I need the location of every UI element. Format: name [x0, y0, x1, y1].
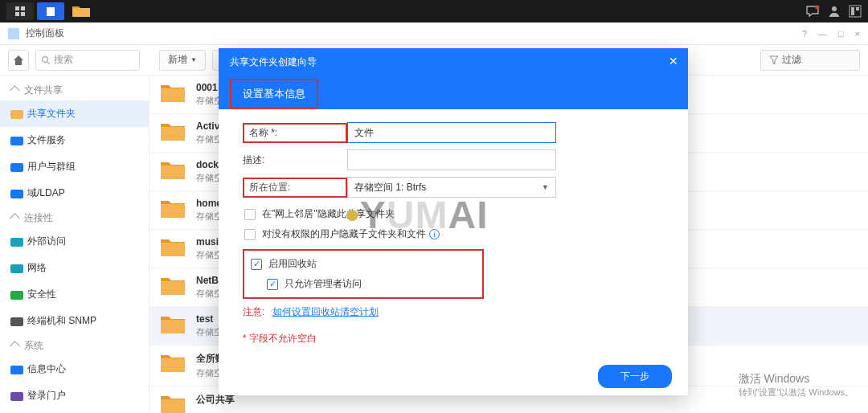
task-item-2[interactable]	[37, 2, 64, 20]
check-admin-only[interactable]	[267, 279, 278, 290]
svg-rect-13	[10, 137, 23, 145]
sidebar-item[interactable]: 共享文件夹	[0, 100, 149, 127]
svg-rect-16	[10, 238, 23, 247]
modal-tabs: 设置基本信息	[219, 76, 688, 109]
check-recycle[interactable]	[251, 259, 262, 270]
funnel-icon	[769, 55, 779, 65]
check-hide-noperm[interactable]	[244, 229, 256, 240]
modal-footer: 下一步	[219, 357, 688, 395]
filter-button[interactable]: 过滤	[760, 50, 860, 71]
svg-rect-4	[47, 7, 55, 16]
task-item-apps[interactable]	[6, 2, 34, 20]
sidebar-item[interactable]: 区域选项	[0, 409, 149, 413]
svg-rect-0	[15, 6, 19, 10]
recycle-schedule-link[interactable]: 如何设置回收站清空计划	[272, 306, 379, 317]
win-close[interactable]: ×	[855, 29, 860, 39]
svg-point-6	[832, 6, 837, 11]
sidebar-section[interactable]: 文件共享	[0, 79, 149, 100]
svg-rect-9	[856, 7, 859, 10]
window-titlebar: 控制面板 ? — □ ×	[0, 22, 868, 45]
folder-icon	[159, 82, 186, 104]
info-icon	[10, 363, 24, 376]
svg-rect-14	[10, 163, 23, 172]
sidebar-item-label: 安全性	[27, 288, 56, 301]
bubble-icon[interactable]	[805, 5, 820, 18]
folder-icon	[159, 393, 186, 413]
sidebar-item[interactable]: 信息中心	[0, 356, 149, 382]
svg-rect-17	[10, 264, 23, 273]
label-hide-noperm: 对没有权限的用户隐藏子文件夹和文件i	[262, 227, 440, 241]
os-taskbar	[0, 0, 868, 22]
sidebar-item-label: 外部访问	[27, 235, 66, 248]
sidebar-item[interactable]: 外部访问	[0, 228, 149, 255]
win-help[interactable]: ?	[802, 29, 807, 39]
svg-line-11	[47, 62, 50, 64]
label-location: 所在位置:	[243, 178, 347, 198]
package-icon	[46, 6, 55, 17]
user-icon[interactable]	[828, 5, 841, 18]
svg-point-10	[43, 56, 48, 62]
modal-tab-basic[interactable]: 设置基本信息	[230, 79, 318, 109]
folder-icon	[159, 236, 186, 259]
recycle-note: 注意: 如何设置回收站清空计划	[243, 305, 664, 319]
next-button[interactable]: 下一步	[598, 365, 672, 388]
note-prefix: 注意:	[243, 306, 264, 317]
search-icon	[41, 55, 51, 65]
sidebar-item[interactable]: 登录门户	[0, 382, 149, 409]
terminal-icon	[10, 315, 24, 328]
new-button[interactable]: 新增▼	[159, 50, 206, 71]
input-desc[interactable]	[347, 149, 556, 170]
required-footnote: * 字段不允许空白	[243, 332, 664, 346]
sidebar-item[interactable]: 终端机和 SNMP	[0, 308, 149, 334]
select-location[interactable]: 存储空间 1: Btrfs ▼	[347, 177, 556, 198]
check-hide-neighbor[interactable]	[244, 209, 256, 220]
info-icon[interactable]: i	[429, 229, 440, 239]
folder-icon	[159, 121, 186, 143]
modal-title: 共享文件夹创建向导	[230, 55, 317, 69]
recycle-group: 启用回收站 只允许管理者访问	[243, 249, 484, 299]
label-desc: 描述:	[243, 153, 347, 167]
win-min[interactable]: —	[818, 29, 827, 39]
svg-rect-2	[15, 12, 19, 16]
label-recycle: 启用回收站	[268, 257, 317, 271]
sidebar-item[interactable]: 文件服务	[0, 127, 149, 153]
search-placeholder: 搜索	[54, 53, 73, 67]
sidebar-item-label: 登录门户	[27, 389, 66, 403]
svg-rect-18	[10, 291, 23, 300]
sidebar-item-label: 用户与群组	[27, 160, 76, 174]
sidebar-item[interactable]: 域/LDAP	[0, 180, 149, 206]
svg-rect-21	[10, 392, 23, 401]
users-icon	[10, 161, 24, 174]
home-icon	[13, 55, 24, 66]
task-item-3[interactable]	[68, 2, 95, 20]
sidebar-item[interactable]: 安全性	[0, 281, 149, 308]
create-folder-wizard: 共享文件夹创建向导 ✕ 设置基本信息 名称 *: 描述: 所在位置: 存储空间 …	[219, 48, 688, 395]
svg-rect-8	[851, 7, 854, 15]
window-icon	[8, 28, 19, 39]
folder-icon	[159, 275, 186, 297]
shield-icon	[10, 288, 24, 301]
sidebar-item-label: 信息中心	[27, 362, 66, 376]
folder-icon	[159, 159, 186, 182]
svg-rect-19	[10, 317, 23, 326]
win-max[interactable]: □	[838, 29, 844, 39]
input-name[interactable]	[347, 122, 556, 143]
svg-rect-1	[21, 6, 25, 10]
folder-icon	[159, 313, 186, 336]
domain-icon	[10, 187, 24, 200]
modal-close-button[interactable]: ✕	[669, 55, 678, 67]
home-button[interactable]	[8, 50, 29, 71]
sidebar-item[interactable]: 网络	[0, 255, 149, 281]
search-input[interactable]: 搜索	[35, 50, 140, 71]
sidebar-item[interactable]: 用户与群组	[0, 153, 149, 180]
sidebar-section[interactable]: 系统	[0, 334, 149, 356]
sidebar-item-label: 文件服务	[27, 133, 66, 147]
label-admin-only: 只允许管理者访问	[285, 277, 362, 291]
folder-icon	[72, 4, 91, 18]
network-icon	[10, 262, 24, 275]
sidebar-section[interactable]: 连接性	[0, 206, 149, 228]
dash-icon[interactable]	[849, 5, 862, 18]
select-location-value: 存储空间 1: Btrfs	[354, 181, 426, 194]
svg-rect-20	[10, 366, 23, 374]
folder-icon	[10, 108, 24, 121]
